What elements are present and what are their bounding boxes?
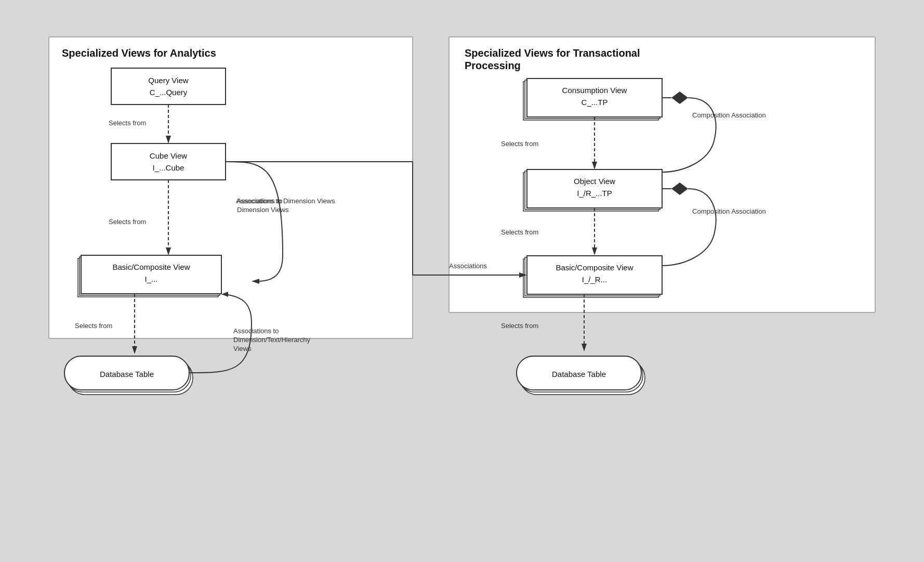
svg-rect-1	[111, 68, 226, 104]
cube-view-label: Cube View	[150, 151, 187, 160]
consumption-view-sublabel: C_...TP	[582, 98, 608, 107]
selects-from-3-left: Selects from	[75, 322, 112, 330]
svg-marker-13	[132, 346, 137, 354]
consumption-view-label: Consumption View	[562, 86, 627, 95]
associations-label: Associations	[449, 262, 487, 270]
svg-rect-4	[111, 143, 226, 180]
selects-from-2-right: Selects from	[501, 228, 538, 236]
left-panel-title: Specialized Views for Analytics	[62, 47, 216, 59]
basic-composite-sublabel-left: I_...	[144, 275, 157, 283]
right-panel-title: Specialized Views for Transactional	[465, 47, 640, 59]
selects-from-1-left: Selects from	[109, 119, 146, 127]
object-view-label: Object View	[574, 177, 615, 186]
object-view-sublabel: I_/R_...TP	[577, 189, 612, 198]
db-table-label-right: Database Table	[552, 370, 606, 378]
selects-from-2-left: Selects from	[109, 218, 146, 226]
basic-composite-sublabel-right: I_/_R...	[582, 275, 607, 284]
db-table-label-left: Database Table	[100, 370, 154, 378]
query-view-label: Query View	[148, 76, 188, 85]
svg-marker-38	[582, 344, 587, 351]
composition-assoc-2-label: Composition Association	[692, 207, 766, 215]
basic-composite-label-right: Basic/Composite View	[556, 263, 633, 272]
selects-from-1-right: Selects from	[501, 140, 538, 148]
basic-composite-label-left: Basic/Composite View	[113, 263, 190, 271]
composition-assoc-1-label: Composition Association	[692, 111, 766, 119]
cube-view-sublabel: I_...Cube	[153, 163, 184, 172]
diagram-svg: Specialized Views for Analytics Query Vi…	[33, 27, 891, 536]
main-container: Specialized Views for Analytics Query Vi…	[0, 0, 924, 562]
query-view-sublabel: C_...Query	[150, 88, 188, 97]
selects-from-3-right: Selects from	[501, 322, 538, 330]
svg-text:Processing: Processing	[465, 60, 521, 71]
